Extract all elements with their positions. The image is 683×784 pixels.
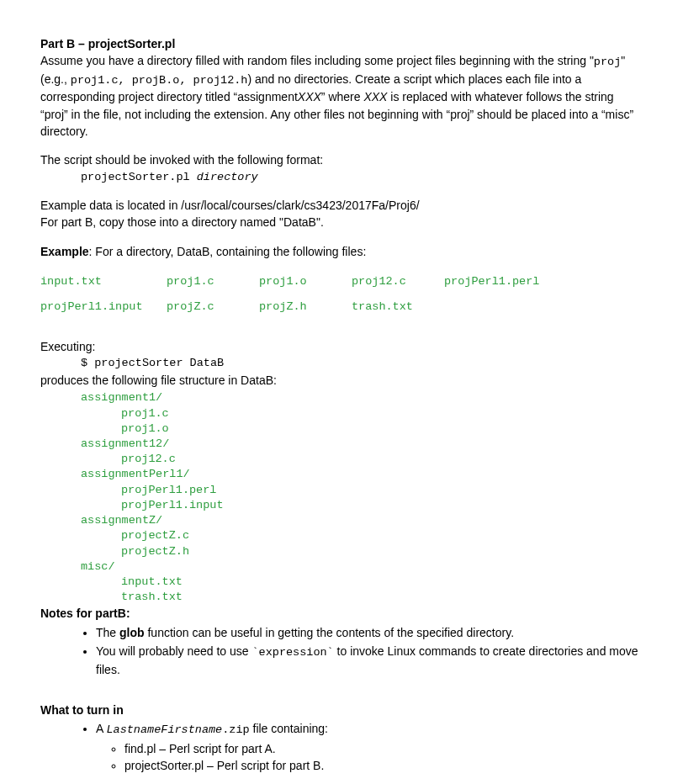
note-item: You will probably need to use `expressio…	[96, 643, 643, 678]
file-list-grid: input.txt proj1.c proj1.o proj12.c projP…	[40, 273, 643, 315]
tree-line: misc/	[40, 559, 643, 575]
turnin-a: A	[96, 722, 106, 735]
executing-label: Executing:	[40, 338, 643, 355]
note2-a: You will probably need to use	[96, 644, 252, 658]
produces-label: produces the following file structure in…	[40, 372, 643, 389]
tree-line: projPerl1.perl	[40, 483, 643, 498]
turnin-subitem: find.pl – Perl script for part A.	[124, 740, 643, 757]
file-item	[444, 299, 562, 315]
invoke-sentence: The script should be invoked with the fo…	[40, 151, 643, 168]
file-item: proj12.c	[352, 273, 436, 290]
file-item: projPerl1.perl	[444, 273, 562, 290]
executing-command: $ projectSorter DataB	[40, 355, 643, 372]
turnin-b: LastnameFirstname	[106, 723, 222, 736]
tree-line: assignmentZ/	[40, 513, 643, 528]
example-data-l1: Example data is located in /usr/local/co…	[40, 197, 643, 214]
tree-line: assignment1/	[40, 390, 643, 405]
intro-paragraph: Assume you have a directory filled with …	[40, 52, 643, 140]
intro-t4: ” where	[321, 90, 364, 103]
example-line: Example: For a directory, DataB, contain…	[40, 243, 643, 260]
intro-xxx1: XXX	[298, 90, 321, 103]
intro-proj: proj	[594, 56, 621, 68]
tree-line: projPerl1.input	[40, 498, 643, 513]
note-item: The glob function can be useful in getti…	[96, 624, 643, 641]
tree-line: projectZ.h	[40, 544, 643, 559]
tree-line: assignmentPerl1/	[40, 467, 643, 482]
note1-a: The	[96, 626, 119, 639]
turnin-sublist: find.pl – Perl script for part A. projec…	[40, 740, 643, 775]
file-item: proj1.o	[259, 273, 343, 290]
tree-line: projectZ.c	[40, 528, 643, 543]
document-page: Part B – projectSorter.pl Assume you hav…	[0, 0, 683, 784]
file-item: projZ.c	[167, 299, 251, 315]
invoke-cmd-a: projectSorter.pl	[81, 171, 197, 183]
tree-line: proj1.c	[40, 406, 643, 421]
section-heading-partb: Part B – projectSorter.pl	[40, 35, 643, 52]
intro-t1: Assume you have a directory filled with …	[40, 54, 594, 67]
file-item: trash.txt	[352, 299, 436, 315]
tree-line: proj1.o	[40, 421, 643, 437]
note1-b: glob	[119, 626, 145, 639]
note2-b: `expression`	[252, 646, 334, 659]
note1-c: function can be useful in getting the co…	[145, 626, 514, 639]
tree-line: input.txt	[40, 575, 643, 590]
intro-xxx2: XXX	[363, 90, 387, 103]
tree-line: trash.txt	[40, 590, 643, 605]
invoke-cmd-b: directory	[197, 171, 258, 183]
turnin-subitem: projectSorter.pl – Perl script for part …	[124, 757, 643, 774]
example-bold: Example	[40, 245, 89, 258]
result-tree: assignment1/ proj1.c proj1.o assignment1…	[40, 390, 643, 605]
turnin-d: file containing:	[250, 722, 328, 735]
tree-line: assignment12/	[40, 437, 643, 452]
turnin-list: A LastnameFirstname.zip file containing:	[40, 720, 643, 739]
file-item: proj1.c	[167, 273, 251, 290]
intro-eg: proj1.c, projB.o, proj12.h	[71, 74, 248, 87]
file-item: projZ.h	[259, 299, 343, 315]
turnin-heading: What to turn in	[40, 702, 643, 718]
file-item: input.txt	[40, 273, 158, 290]
turnin-c: .zip	[222, 723, 249, 736]
example-data-l2: For part B, copy those into a directory …	[40, 214, 643, 230]
tree-line: proj12.c	[40, 452, 643, 467]
notes-heading: Notes for partB:	[40, 605, 643, 622]
invoke-command: projectSorter.pl directory	[40, 169, 643, 186]
turnin-item: A LastnameFirstname.zip file containing:	[96, 720, 643, 739]
file-item: projPerl1.input	[40, 299, 158, 315]
example-rest: : For a directory, DataB, containing the…	[89, 245, 367, 258]
notes-list: The glob function can be useful in getti…	[40, 624, 643, 678]
